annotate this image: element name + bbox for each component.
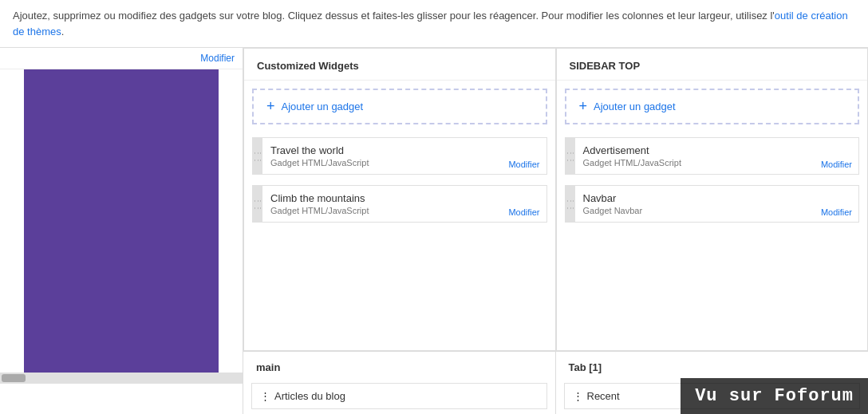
widget-item[interactable]: ⋮⋮ Navbar Gadget Navbar Modifier <box>565 185 860 223</box>
add-gadget-label-sidebar: Ajouter un gadget <box>594 101 676 112</box>
drag-handle-main[interactable]: ⋮ <box>260 390 268 402</box>
main-section: main ⋮ Articles du blog <box>243 352 556 414</box>
widget-type: Gadget HTML/JavaScript <box>583 158 851 168</box>
add-gadget-sidebar[interactable]: + Ajouter un gadget <box>565 89 860 124</box>
widget-modifier-advertisement[interactable]: Modifier <box>821 160 852 169</box>
drag-handle[interactable]: ⋮⋮ <box>253 186 262 222</box>
widget-type: Gadget Navbar <box>583 206 851 215</box>
preview-purple-block <box>24 69 219 373</box>
tab1-section-label: Tab [1] <box>556 352 869 380</box>
info-bar: Ajoutez, supprimez ou modifiez des gadge… <box>0 0 868 48</box>
widget-title: Climb the mountains <box>270 192 539 204</box>
info-text: Ajoutez, supprimez ou modifiez des gadge… <box>13 10 775 22</box>
add-gadget-label-customized: Ajouter un gadget <box>282 101 364 112</box>
drag-dots: ⋮⋮ <box>566 197 574 211</box>
sidebar-top-section: SIDEBAR TOP + Ajouter un gadget ⋮⋮ Adver… <box>556 48 869 351</box>
widget-modifier-navbar[interactable]: Modifier <box>821 207 852 217</box>
widget-content: Climb the mountains Gadget HTML/JavaScri… <box>262 186 546 222</box>
watermark: Vu sur Foforum <box>681 378 868 414</box>
drag-handle-tab1[interactable]: ⋮ <box>573 390 581 402</box>
widget-content: Navbar Gadget Navbar <box>575 186 859 222</box>
widget-content: Travel the world Gadget HTML/JavaScript <box>262 138 546 174</box>
preview-header: Modifier <box>0 48 243 69</box>
main-item-label: Articles du blog <box>274 390 345 402</box>
widget-modifier-mountains[interactable]: Modifier <box>508 207 539 217</box>
drag-handle[interactable]: ⋮⋮ <box>253 138 262 174</box>
widget-item-advertisement: ⋮⋮ Advertisement Gadget HTML/JavaScript … <box>557 132 868 180</box>
scroll-thumb[interactable] <box>2 374 26 382</box>
horizontal-scrollbar[interactable] <box>0 373 243 384</box>
widget-title: Navbar <box>583 192 851 204</box>
main-section-label: main <box>243 352 555 380</box>
widget-type: Gadget HTML/JavaScript <box>270 158 539 168</box>
widget-item[interactable]: ⋮⋮ Travel the world Gadget HTML/JavaScri… <box>252 137 547 175</box>
main-partial-item[interactable]: ⋮ Articles du blog <box>251 383 547 409</box>
drag-handle[interactable]: ⋮⋮ <box>566 138 575 174</box>
drag-dots: ⋮⋮ <box>254 149 262 164</box>
widget-item-navbar: ⋮⋮ Navbar Gadget Navbar Modifier <box>557 180 868 228</box>
widget-title: Travel the world <box>270 144 539 156</box>
widget-item-travel: ⋮⋮ Travel the world Gadget HTML/JavaScri… <box>244 132 555 180</box>
drag-dots: ⋮⋮ <box>566 149 574 164</box>
customized-widgets-header: Customized Widgets <box>244 49 555 81</box>
drag-dots: ⋮⋮ <box>254 197 262 211</box>
modifier-link[interactable]: Modifier <box>200 53 235 64</box>
widget-content: Advertisement Gadget HTML/JavaScript <box>575 138 859 174</box>
widget-modifier-travel[interactable]: Modifier <box>508 160 539 169</box>
sidebar-top-header: SIDEBAR TOP <box>557 49 868 81</box>
plus-icon: + <box>579 98 588 115</box>
watermark-text: Vu sur Foforum <box>695 386 854 406</box>
widget-type: Gadget HTML/JavaScript <box>270 206 539 215</box>
widget-item[interactable]: ⋮⋮ Climb the mountains Gadget HTML/JavaS… <box>252 185 547 223</box>
widget-title: Advertisement <box>583 144 851 156</box>
customized-widgets-section: Customized Widgets + Ajouter un gadget ⋮… <box>243 48 556 351</box>
widget-grid-top: Customized Widgets + Ajouter un gadget ⋮… <box>243 48 868 351</box>
preview-panel: Modifier <box>0 48 243 414</box>
info-text-after: . <box>61 26 65 37</box>
widget-item[interactable]: ⋮⋮ Advertisement Gadget HTML/JavaScript … <box>565 137 860 175</box>
widget-area: Customized Widgets + Ajouter un gadget ⋮… <box>243 48 868 414</box>
main-area: Modifier Customized Widgets + Ajouter un… <box>0 48 868 414</box>
drag-handle[interactable]: ⋮⋮ <box>566 186 575 222</box>
plus-icon: + <box>266 98 275 115</box>
tab1-item-label: Recent <box>587 390 620 402</box>
widget-item-mountains: ⋮⋮ Climb the mountains Gadget HTML/JavaS… <box>244 180 555 228</box>
add-gadget-customized[interactable]: + Ajouter un gadget <box>252 89 547 124</box>
